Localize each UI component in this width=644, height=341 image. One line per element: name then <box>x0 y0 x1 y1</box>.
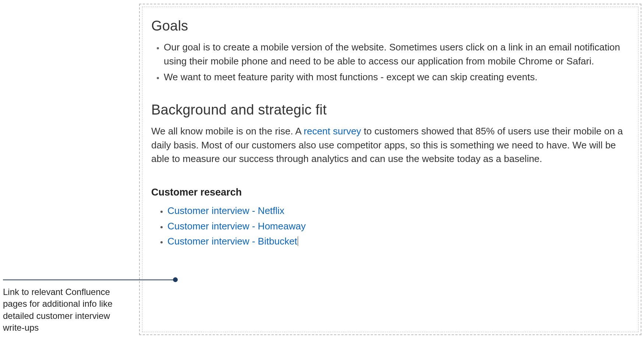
goals-item: Our goal is to create a mobile version o… <box>164 41 629 68</box>
research-links-list: Customer interview - Netflix Customer in… <box>167 203 629 249</box>
background-text-before: We all know mobile is on the rise. A <box>151 126 304 137</box>
annotation-connector-line <box>3 280 174 280</box>
research-link-item: Customer interview - Netflix <box>167 203 629 219</box>
customer-interview-link[interactable]: Customer interview - Netflix <box>167 205 284 216</box>
canvas: Goals Our goal is to create a mobile ver… <box>0 0 644 341</box>
customer-interview-link[interactable]: Customer interview - Homeaway <box>167 221 306 232</box>
recent-survey-link[interactable]: recent survey <box>304 126 361 137</box>
background-paragraph: We all know mobile is on the rise. A rec… <box>151 124 629 166</box>
heading-customer-research: Customer research <box>151 187 629 198</box>
research-link-item: Customer interview - Bitbucket <box>167 234 629 249</box>
goals-list: Our goal is to create a mobile version o… <box>164 41 629 84</box>
annotation-text: Link to relevant Confluence pages for ad… <box>3 286 128 334</box>
annotation-connector-dot-icon <box>173 277 178 282</box>
text-cursor-icon <box>298 236 298 246</box>
heading-goals: Goals <box>151 18 629 34</box>
document-frame-outer: Goals Our goal is to create a mobile ver… <box>139 4 641 335</box>
research-link-item: Customer interview - Homeaway <box>167 219 629 234</box>
document-frame-inner[interactable]: Goals Our goal is to create a mobile ver… <box>142 7 638 332</box>
goals-item: We want to meet feature parity with most… <box>164 70 629 84</box>
customer-interview-link[interactable]: Customer interview - Bitbucket <box>167 236 297 247</box>
heading-background: Background and strategic fit <box>151 102 629 118</box>
